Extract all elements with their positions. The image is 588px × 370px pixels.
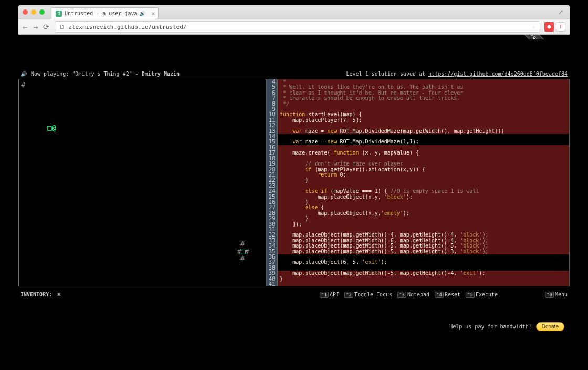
shortcut-menu[interactable]: ^0Menu — [545, 292, 568, 297]
code-line: // don't write maze over player — [278, 161, 569, 167]
extension-icon-1[interactable]: ⬢ — [544, 22, 554, 32]
bottom-bar: INVENTORY: ⌘ ^1API ^2Toggle Focus ^3Note… — [18, 286, 570, 297]
extension-icon-2[interactable]: T — [556, 22, 565, 32]
code-line: else if (mapValue === 1) { //0 is empty … — [278, 189, 569, 194]
back-button[interactable]: ← — [23, 22, 28, 32]
code-line: map.placeObject(x,y, 'block'); — [278, 194, 569, 200]
wall-block: # — [21, 80, 25, 89]
code-line: } — [278, 178, 569, 183]
url-text: alexnisnevich.github.io/untrusted/ — [68, 24, 186, 30]
sound-icon[interactable]: 🔊 — [20, 71, 27, 77]
top-status-line: 🔊 Now playing: "Dmitry's Thing #2" - Dmi… — [18, 39, 570, 79]
code-line[interactable]: var maze = new ROT.Map.DividedMaze(1,1); — [278, 139, 569, 145]
code-line: map.placeObject(map.getWidth()-5, map.ge… — [278, 271, 569, 276]
code-editor[interactable]: 4567891011121314151617181920212223242526… — [266, 79, 570, 286]
code-line: } — [278, 276, 569, 282]
shortcut-execute[interactable]: ^5Execute — [466, 292, 498, 297]
browser-window: d Untrusted - a user java 🔊 × ⤢ ← → ⟳ 🗋 … — [18, 5, 570, 35]
shortcut-toggle-focus[interactable]: ^2Toggle Focus — [344, 292, 392, 297]
browser-tab[interactable]: d Untrusted - a user java 🔊 × — [51, 7, 159, 19]
url-input[interactable]: 🗋 alexnisnevich.github.io/untrusted/ ☆ — [55, 21, 540, 33]
now-playing-track: "Dmitry's Thing #2" — [72, 71, 132, 77]
maximize-window-button[interactable] — [39, 9, 45, 15]
now-playing-prefix: Now playing: — [31, 71, 72, 77]
save-message: Level 1 solution saved at https://gist.g… — [346, 71, 568, 77]
tab-title: Untrusted - a user java — [65, 11, 137, 16]
now-playing-sep: - — [132, 71, 142, 77]
save-link[interactable]: https://gist.github.com/d4e260dd8f0fbeae… — [428, 71, 568, 77]
close-tab-icon[interactable]: × — [151, 10, 155, 17]
shortcut-notepad[interactable]: ^3Notepad — [397, 292, 429, 297]
audio-icon[interactable]: 🔊 — [139, 11, 145, 16]
code-body[interactable]: * * Well, it looks like they're on to us… — [278, 79, 569, 286]
game-panel[interactable]: # □@ # #□# # — [18, 79, 266, 286]
save-prefix: Level 1 solution saved at — [346, 71, 429, 77]
shortcuts: ^1API ^2Toggle Focus ^3Notepad ^4Reset ^… — [320, 292, 568, 297]
code-line: return 0; — [278, 172, 569, 178]
code-line: map.placeObject(map.getWidth()-5, map.ge… — [278, 249, 569, 254]
player-marker: □@ — [47, 124, 56, 132]
address-bar: ← → ⟳ 🗋 alexnisnevich.github.io/untruste… — [18, 19, 570, 35]
line-gutter: 4567891011121314151617181920212223242526… — [267, 79, 278, 286]
code-line: }); — [278, 222, 569, 227]
donate-row: Help us pay for bandwidth! Donate — [449, 322, 564, 331]
donate-button[interactable]: Donate — [536, 322, 564, 331]
code-line: */ — [278, 101, 569, 107]
page-icon: 🗋 — [59, 24, 65, 30]
extension-icons: ⬢ T — [544, 22, 565, 32]
wall-block: # — [240, 254, 245, 263]
code-line — [278, 282, 569, 286]
bookmark-star-icon[interactable]: ☆ — [532, 24, 536, 30]
close-window-button[interactable] — [23, 9, 28, 15]
app-container: 🔊 Now playing: "Dmitry's Thing #2" - Dmi… — [18, 39, 570, 338]
inventory-item: ⌘ — [57, 292, 60, 297]
forward-button[interactable]: → — [33, 22, 38, 32]
now-playing: 🔊 Now playing: "Dmitry's Thing #2" - Dmi… — [20, 71, 180, 77]
code-line: } — [278, 216, 569, 221]
donate-text: Help us pay for bandwidth! — [449, 324, 532, 330]
expand-icon[interactable]: ⤢ — [558, 8, 565, 16]
shortcut-reset[interactable]: ^4Reset — [435, 292, 460, 297]
window-controls — [23, 9, 45, 15]
minimize-window-button[interactable] — [31, 9, 36, 15]
code-line: var maze = new ROT.Map.DividedMaze(map.g… — [278, 129, 569, 134]
shortcut-api[interactable]: ^1API — [320, 292, 339, 297]
inventory-label: INVENTORY: — [20, 292, 52, 297]
inventory: INVENTORY: ⌘ — [20, 292, 60, 297]
code-line: * characters should be enough to erase a… — [278, 96, 569, 101]
favicon-icon: d — [56, 11, 62, 17]
code-line: maze.create( function (x, y, mapValue) { — [278, 150, 569, 156]
reload-button[interactable]: ⟳ — [43, 23, 49, 31]
code-line: map.placePlayer(7, 5); — [278, 118, 569, 123]
code-line: map.placeObject(x,y,'empty'); — [278, 211, 569, 216]
main-row: # □@ # #□# # 456789101112131415161718192… — [18, 79, 570, 286]
tab-bar: d Untrusted - a user java 🔊 × ⤢ — [18, 5, 570, 19]
now-playing-artist: Dmitry Mazin — [142, 71, 180, 77]
code-line[interactable]: map.placeObject(6, 5, 'exit'); — [278, 260, 569, 265]
